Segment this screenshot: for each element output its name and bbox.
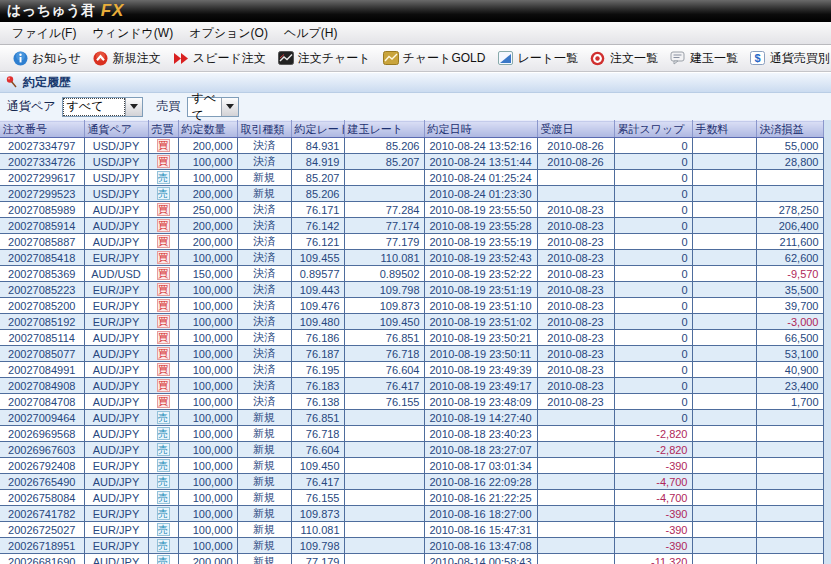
table-row[interactable]: 20027334726USD/JPY買100,000決済84.91985.207… <box>0 154 823 170</box>
table-row[interactable]: 20027299617USD/JPY売100,000新規85.2072010-0… <box>0 170 823 186</box>
table-row[interactable]: 20026741782EUR/JPY売100,000新規109.8732010-… <box>0 506 823 522</box>
cell-prate: 109.798 <box>344 282 424 298</box>
cell-dlv: 2010-08-23 <box>537 346 614 362</box>
column-header-4[interactable]: 取引種類 <box>237 121 291 138</box>
cell-qty: 100,000 <box>178 298 237 314</box>
table-row[interactable]: 20027009464AUD/JPY売100,000新規76.8512010-0… <box>0 410 823 426</box>
menu-item-3[interactable]: ヘルプ(H) <box>276 22 346 45</box>
cell-swap: -390 <box>614 522 692 538</box>
column-header-11[interactable]: 決済損益 <box>756 121 823 138</box>
table-row[interactable]: 20027085114AUD/JPY買100,000決済76.18676.851… <box>0 330 823 346</box>
table-row[interactable]: 20027085989AUD/JPY買250,000決済76.17177.284… <box>0 202 823 218</box>
table-row[interactable]: 20027084991AUD/JPY買100,000決済76.19576.604… <box>0 362 823 378</box>
table-row[interactable]: 20027084708AUD/JPY買100,000決済76.13876.155… <box>0 394 823 410</box>
table-row[interactable]: 20027084908AUD/JPY買100,000決済76.18376.417… <box>0 378 823 394</box>
column-header-3[interactable]: 約定数量 <box>178 121 237 138</box>
position-list-icon <box>670 50 686 66</box>
column-header-9[interactable]: 累計スワップ <box>614 121 692 138</box>
table-row[interactable]: 20027085418EUR/JPY買100,000決済109.455110.0… <box>0 250 823 266</box>
toolbar-button-7[interactable]: 建玉一覧 <box>664 46 744 70</box>
cell-qty: 100,000 <box>178 490 237 506</box>
pair-filter-select[interactable]: すべて <box>62 97 143 117</box>
sell-badge: 売 <box>157 523 170 536</box>
toolbar-button-2[interactable]: スピード注文 <box>167 46 272 70</box>
cell-dlv: 2010-08-23 <box>537 378 614 394</box>
sell-badge: 売 <box>157 187 170 200</box>
buy-badge: 買 <box>157 347 170 360</box>
table-row[interactable]: 20026967603AUD/JPY売100,000新規76.6042010-0… <box>0 442 823 458</box>
cell-type: 決済 <box>237 266 291 282</box>
table-row[interactable]: 20026758084AUD/JPY売100,000新規76.1552010-0… <box>0 490 823 506</box>
cell-no: 20027334797 <box>0 138 84 154</box>
table-row[interactable]: 20027085192EUR/JPY買100,000決済109.480109.4… <box>0 314 823 330</box>
column-header-10[interactable]: 手数料 <box>692 121 756 138</box>
toolbar-button-0[interactable]: お知らせ <box>6 46 87 70</box>
cell-no: 20027085077 <box>0 346 84 362</box>
table-row[interactable]: 20027085914AUD/JPY買200,000決済76.14277.174… <box>0 218 823 234</box>
column-header-8[interactable]: 受渡日 <box>537 121 614 138</box>
side-filter-dropdown-button[interactable] <box>221 98 238 116</box>
cell-dlv: 2010-08-23 <box>537 362 614 378</box>
cell-pair: EUR/JPY <box>84 298 148 314</box>
column-header-0[interactable]: 注文番号 <box>0 121 84 138</box>
cell-dt: 2010-08-19 23:50:21 <box>424 330 537 346</box>
table-row[interactable]: 20027334797USD/JPY買200,000決済84.93185.206… <box>0 138 823 154</box>
cell-fee <box>692 554 756 564</box>
table-row[interactable]: 20027085887AUD/JPY買200,000決済76.12177.179… <box>0 234 823 250</box>
toolbar-button-label: 注文一覧 <box>610 50 658 67</box>
buy-badge: 買 <box>157 251 170 264</box>
cell-no: 20027085369 <box>0 266 84 282</box>
column-header-5[interactable]: 約定レート <box>291 121 344 138</box>
column-header-6[interactable]: 建玉レート <box>344 121 424 138</box>
cell-rate: 76.121 <box>291 234 344 250</box>
cell-swap: -390 <box>614 506 692 522</box>
cell-dt: 2010-08-18 23:40:23 <box>424 426 537 442</box>
column-header-7[interactable]: 約定日時 <box>424 121 537 138</box>
cell-type: 新規 <box>237 410 291 426</box>
table-row[interactable]: 20026681690AUD/JPY売200,000新規77.1792010-0… <box>0 554 823 564</box>
table-row[interactable]: 20027085223EUR/JPY買100,000決済109.443109.7… <box>0 282 823 298</box>
cell-dt: 2010-08-19 23:52:22 <box>424 266 537 282</box>
cell-swap: 0 <box>614 362 692 378</box>
toolbar-button-8[interactable]: $通貨売買別 <box>744 46 831 70</box>
pair-filter-dropdown-button[interactable] <box>125 98 142 116</box>
table-row[interactable]: 20027299523USD/JPY売200,000新規85.2062010-0… <box>0 186 823 202</box>
table-row[interactable]: 20026725027EUR/JPY売100,000新規110.0812010-… <box>0 522 823 538</box>
toolbar-button-4[interactable]: チャートGOLD <box>377 46 492 70</box>
table-row[interactable]: 20027085200EUR/JPY買100,000決済109.476109.8… <box>0 298 823 314</box>
cell-pair: EUR/JPY <box>84 522 148 538</box>
cell-prate <box>344 522 424 538</box>
toolbar-button-5[interactable]: レート一覧 <box>491 46 584 70</box>
cell-rate: 76.186 <box>291 330 344 346</box>
cell-side: 売 <box>148 538 178 554</box>
toolbar-button-1[interactable]: 新規注文 <box>87 46 167 70</box>
toolbar-button-6[interactable]: 注文一覧 <box>584 46 664 70</box>
table-row[interactable]: 20027085077AUD/JPY買100,000決済76.18776.718… <box>0 346 823 362</box>
cell-rate: 76.187 <box>291 346 344 362</box>
cell-fee <box>692 234 756 250</box>
side-filter-value: すべて <box>188 98 221 116</box>
menu-item-1[interactable]: ウィンドウ(W) <box>84 22 181 45</box>
cell-side: 売 <box>148 170 178 186</box>
table-row[interactable]: 20026718951EUR/JPY売100,000新規109.7982010-… <box>0 538 823 554</box>
cell-pnl: 206,400 <box>756 218 823 234</box>
table-row[interactable]: 20027085369AUD/USD買150,000決済0.895770.895… <box>0 266 823 282</box>
section-header: 約定履歴 <box>0 72 831 93</box>
cell-side: 買 <box>148 266 178 282</box>
table-row[interactable]: 20026969568AUD/JPY売100,000新規76.7182010-0… <box>0 426 823 442</box>
cell-type: 決済 <box>237 250 291 266</box>
side-filter-select[interactable]: すべて <box>187 97 239 117</box>
cell-pnl <box>756 538 823 554</box>
table-row[interactable]: 20026765490AUD/JPY売100,000新規76.4172010-0… <box>0 474 823 490</box>
svg-text:$: $ <box>755 52 761 64</box>
column-header-1[interactable]: 通貨ペア <box>84 121 148 138</box>
chevron-down-icon <box>130 104 138 109</box>
cell-no: 20027299523 <box>0 186 84 202</box>
cell-pair: AUD/JPY <box>84 554 148 564</box>
menu-item-0[interactable]: ファイル(F) <box>4 22 84 45</box>
table-row[interactable]: 20026792408EUR/JPY売100,000新規109.4502010-… <box>0 458 823 474</box>
column-header-2[interactable]: 売買 <box>148 121 178 138</box>
menu-item-2[interactable]: オプション(O) <box>181 22 276 45</box>
toolbar-button-3[interactable]: 注文チャート <box>272 46 377 70</box>
cell-type: 新規 <box>237 538 291 554</box>
